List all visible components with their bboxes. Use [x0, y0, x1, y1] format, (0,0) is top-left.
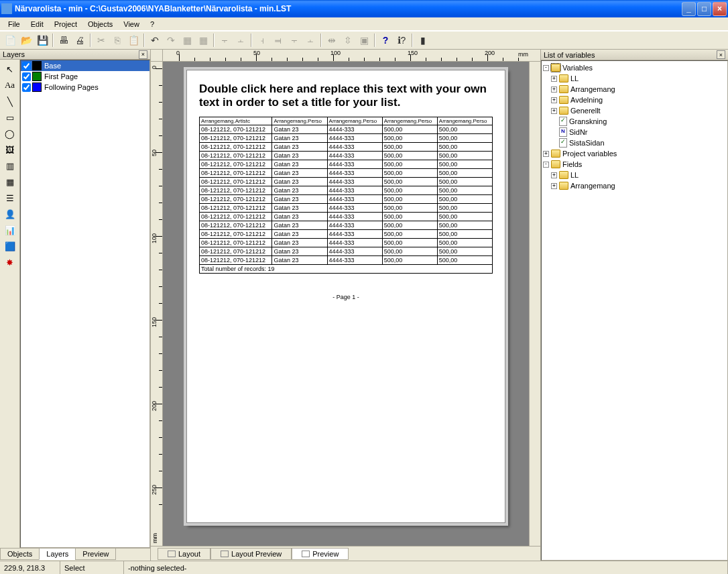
align-icon-1[interactable]: ⫟ — [217, 33, 232, 48]
cut-icon[interactable]: ✂ — [94, 33, 109, 48]
maximize-button[interactable]: □ — [697, 2, 711, 16]
tree-node[interactable]: Granskning — [543, 116, 726, 127]
ellipse-tool-icon[interactable]: ◯ — [1, 125, 19, 141]
close-button[interactable]: × — [713, 2, 727, 16]
line-tool-icon[interactable]: ╲ — [1, 93, 19, 109]
tree-node[interactable]: +Project variables — [543, 148, 726, 159]
tree-toggle-icon[interactable]: - — [543, 65, 549, 71]
table-cell: 500,00 — [382, 186, 437, 194]
barcode-tool-icon[interactable]: ▥ — [1, 158, 19, 174]
tree-toggle-icon[interactable]: + — [551, 97, 557, 103]
view-tab-layout[interactable]: Layout — [158, 548, 210, 560]
align-right-icon[interactable]: ⫤ — [271, 33, 286, 48]
tree-toggle-icon[interactable]: - — [543, 162, 549, 168]
misc-tool-icon[interactable]: ✸ — [1, 254, 19, 270]
help-icon[interactable]: ? — [378, 33, 393, 48]
menu-view[interactable]: View — [118, 19, 145, 30]
ruler-v-label: 50 — [151, 150, 158, 156]
redo-icon[interactable]: ↷ — [164, 33, 178, 48]
user-tool-icon[interactable]: 👤 — [1, 206, 19, 222]
menu-help[interactable]: ? — [145, 19, 160, 30]
tree-node[interactable]: +Arrangemang — [543, 180, 726, 191]
tree-node[interactable]: +Arrangemang — [543, 84, 726, 95]
table-cell: 500,00 — [382, 160, 437, 168]
tree-toggle-icon[interactable]: + — [551, 183, 557, 189]
tree-toggle-icon[interactable]: + — [551, 108, 557, 114]
table-row: 08-121212, 070-121212Gatan 234444-333500… — [200, 168, 493, 177]
tree-node[interactable]: +LL — [543, 73, 726, 84]
tree-node[interactable]: +Avdelning — [543, 95, 726, 105]
undo-icon[interactable]: ↶ — [147, 33, 162, 48]
tree-item-icon — [559, 182, 568, 190]
ruler-vertical[interactable]: 050100150200250mm — [151, 62, 163, 546]
open-icon[interactable]: 📂 — [19, 33, 34, 48]
canvas[interactable]: Double click here and replace this text … — [163, 62, 529, 546]
table-cell: 4444-333 — [327, 212, 382, 221]
table-row: 08-121212, 070-121212Gatan 234444-333500… — [200, 255, 493, 264]
new-icon[interactable]: 📄 — [3, 33, 17, 48]
table-cell: 4444-333 — [327, 151, 382, 160]
align-icon-2[interactable]: ⫠ — [233, 33, 248, 48]
view-tab-layout-preview[interactable]: Layout Preview — [210, 548, 292, 560]
layer-checkbox[interactable] — [22, 62, 31, 70]
tab-layers[interactable]: Layers — [39, 549, 76, 560]
distrib-icon-1[interactable]: ⇹ — [324, 33, 339, 48]
layer-row[interactable]: Base — [21, 60, 149, 71]
menu-objects[interactable]: Objects — [82, 19, 118, 30]
vertical-scrollbar[interactable] — [529, 62, 540, 546]
layer-checkbox[interactable] — [22, 83, 31, 92]
tree-node[interactable]: +Generellt — [543, 105, 726, 116]
group-icon[interactable]: ▣ — [357, 33, 371, 48]
tree-toggle-icon[interactable]: + — [543, 151, 549, 157]
menu-file[interactable]: File — [3, 19, 25, 30]
layer-row[interactable]: Following Pages — [21, 82, 149, 93]
variables-tree[interactable]: -Variables+LL+Arrangemang+Avdelning+Gene… — [541, 60, 728, 561]
text-tool-icon[interactable]: Aa — [1, 77, 19, 93]
form-tool-icon[interactable]: ☰ — [1, 190, 19, 206]
ole-tool-icon[interactable]: 🟦 — [1, 238, 19, 254]
layer-checkbox[interactable] — [22, 72, 31, 81]
table-cell: Gatan 23 — [272, 142, 327, 151]
view-tab-preview[interactable]: Preview — [292, 548, 349, 560]
data-table[interactable]: Arrangemang.ArtistcArrangemang.PersoArra… — [199, 117, 493, 274]
tree-toggle-icon[interactable]: + — [551, 172, 557, 178]
tb-last-icon[interactable]: ▮ — [416, 33, 430, 48]
tree-node[interactable]: SidNr — [543, 127, 726, 137]
page[interactable]: Double click here and replace this text … — [185, 68, 507, 524]
copy-icon[interactable]: ⎘ — [110, 33, 125, 48]
select-tool-icon[interactable]: ↖ — [1, 61, 19, 77]
page-title-text[interactable]: Double click here and replace this text … — [199, 82, 493, 110]
tree-toggle-icon[interactable]: + — [551, 76, 557, 82]
context-help-icon[interactable]: ℹ? — [394, 33, 409, 48]
image-tool-icon[interactable]: 🖼 — [1, 141, 19, 158]
paste-icon[interactable]: 📋 — [126, 33, 141, 48]
table-row: 08-121212, 070-121212Gatan 234444-333500… — [200, 194, 493, 203]
menu-edit[interactable]: Edit — [25, 19, 49, 30]
tree-node[interactable]: +LL — [543, 170, 726, 180]
tree-node[interactable]: -Variables — [543, 62, 726, 73]
rect-tool-icon[interactable]: ▭ — [1, 109, 19, 125]
tree-node[interactable]: -Fields — [543, 159, 726, 170]
save-icon[interactable]: 💾 — [35, 33, 50, 48]
print-setup-icon[interactable]: 🖶 — [56, 33, 71, 48]
layer-row[interactable]: First Page — [21, 71, 149, 82]
table-tool-icon[interactable]: ▦ — [1, 174, 19, 190]
align-bottom-icon[interactable]: ⫠ — [303, 33, 318, 48]
tab-preview[interactable]: Preview — [75, 549, 116, 560]
variables-panel-close[interactable]: × — [717, 50, 725, 59]
table-cell: 500,00 — [437, 177, 492, 186]
align-top-icon[interactable]: ⫟ — [287, 33, 302, 48]
layers-panel-close[interactable]: × — [139, 50, 147, 59]
tab-objects[interactable]: Objects — [0, 549, 40, 560]
ruler-horizontal[interactable]: mm 050100150200 — [163, 50, 540, 62]
tree-node[interactable]: SistaSidan — [543, 137, 726, 148]
tb-icon-1[interactable]: ▦ — [180, 33, 194, 48]
tb-icon-2[interactable]: ▦ — [196, 33, 210, 48]
align-left-icon[interactable]: ⫞ — [255, 33, 269, 48]
menu-project[interactable]: Project — [49, 19, 82, 30]
chart-tool-icon[interactable]: 📊 — [1, 222, 19, 238]
minimize-button[interactable]: _ — [682, 2, 696, 16]
distrib-icon-2[interactable]: ⇳ — [341, 33, 355, 48]
print-icon[interactable]: 🖨 — [72, 33, 87, 48]
tree-toggle-icon[interactable]: + — [551, 87, 557, 93]
